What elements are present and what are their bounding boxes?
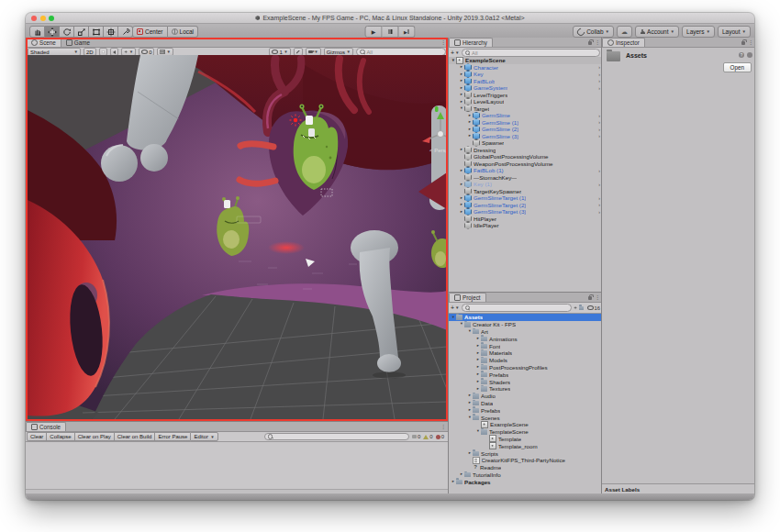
project-item[interactable]: ▸Materials (449, 349, 602, 357)
prefab-open-chevron[interactable]: › (598, 182, 600, 187)
hierarchy-item[interactable]: ▸GermSlime (1)› (449, 119, 602, 127)
panel-menu-icon[interactable]: ⋮ (595, 39, 600, 45)
expand-arrow-icon[interactable]: ▸ (459, 86, 464, 91)
panel-menu-icon[interactable]: ⋮ (440, 39, 446, 45)
project-item[interactable]: ▸Font (449, 342, 602, 349)
hierarchy-item[interactable]: Spawner (449, 139, 602, 147)
expand-arrow-icon[interactable]: ▸ (459, 210, 464, 215)
hierarchy-item[interactable]: ▸FatBLob (1)› (449, 167, 602, 174)
info-count-toggle[interactable]: 0 (412, 434, 420, 439)
hierarchy-item[interactable]: GlobalPostProcessingVolume (449, 153, 602, 161)
layers-dropdown[interactable]: Layers ▼ (682, 26, 715, 38)
project-item[interactable]: ▸Models (449, 357, 602, 364)
expand-arrow-icon[interactable]: ▸ (459, 169, 464, 173)
prefab-open-chevron[interactable]: › (598, 133, 600, 139)
expand-arrow-icon[interactable]: ▸ (459, 148, 464, 152)
project-item[interactable]: ▸Audio (449, 393, 602, 400)
prefab-open-chevron[interactable]: › (598, 127, 600, 132)
console-collapse-button[interactable]: Collapse (46, 432, 73, 441)
lock-icon[interactable] (588, 41, 592, 45)
search-by-label-button[interactable] (579, 305, 585, 310)
expand-arrow-icon[interactable]: ▾ (459, 106, 464, 111)
project-item[interactable]: Template (449, 436, 602, 443)
project-item[interactable]: ▾Creator Kit - FPS (449, 321, 602, 328)
hierarchy-item[interactable]: ▸GermSlimeTarget (3)› (449, 208, 602, 216)
scene-viewport[interactable]: < Persp (28, 55, 446, 419)
hierarchy-item[interactable]: ▸GermSlime› (449, 112, 602, 119)
project-item[interactable]: ▸Textures (449, 385, 602, 393)
hierarchy-item[interactable]: WeaponPostProcessingVolume (449, 161, 602, 168)
expand-arrow-icon[interactable]: ▸ (467, 134, 473, 139)
hand-tool-button[interactable]: .f{fill:#2e2e2e} (29, 26, 45, 38)
gear-icon[interactable] (747, 52, 752, 58)
project-item[interactable]: ▾Assets (449, 314, 602, 321)
hierarchy-item[interactable]: ▸LevelTriggers (449, 92, 602, 99)
expand-arrow-icon[interactable]: ▸ (459, 79, 464, 83)
expand-arrow-icon[interactable]: ▸ (459, 72, 464, 77)
hierarchy-search-input[interactable]: All (462, 49, 600, 57)
hierarchy-item[interactable]: TargetKeySpawner (449, 188, 602, 195)
expand-arrow-icon[interactable]: ▸ (467, 120, 473, 125)
hierarchy-item[interactable]: IdlePlayer (449, 222, 602, 229)
prefab-open-chevron[interactable]: › (598, 113, 600, 118)
prefab-open-chevron[interactable]: › (598, 72, 600, 77)
console-log-area[interactable] (26, 442, 448, 490)
prefab-open-chevron[interactable]: › (598, 209, 600, 215)
hierarchy-item[interactable]: —StomachKey— (449, 174, 602, 182)
hierarchy-item[interactable]: ▸Key (1)› (449, 181, 602, 188)
play-button[interactable]: ▶ (365, 26, 383, 38)
hierarchy-item[interactable]: ▸GermSlime (3)› (449, 133, 602, 140)
hierarchy-item[interactable]: ▸GameSystem› (449, 84, 602, 92)
warning-count-toggle[interactable]: 0 (423, 434, 432, 439)
step-button[interactable]: ▶ (399, 26, 416, 38)
project-item[interactable]: ▾TemplateScene (449, 428, 602, 436)
hierarchy-item[interactable]: ▸FatBLob› (449, 78, 602, 85)
expand-arrow-icon[interactable]: ▸ (467, 127, 473, 132)
panel-menu-icon[interactable]: ⋮ (440, 424, 446, 429)
console-clear-button[interactable]: Clear (27, 432, 46, 441)
hierarchy-item[interactable]: ▸LevelLayout (449, 98, 602, 105)
project-item[interactable]: ▸Data (449, 400, 602, 407)
project-item[interactable]: CreatorKitFPS_Third-PartyNotice (449, 457, 602, 464)
project-item[interactable]: ▸Shaders (449, 378, 602, 385)
project-item[interactable]: ▸Packages (449, 478, 602, 485)
transform-tool-button[interactable]: .f{fill:#2e2e2e} (104, 26, 118, 38)
project-item[interactable]: ▸PostProcessingProfiles (449, 364, 602, 371)
project-item[interactable]: Template_room (449, 442, 602, 449)
hierarchy-item[interactable]: HitPlayer (449, 216, 602, 223)
collab-dropdown[interactable]: Collab ▼ (573, 26, 614, 38)
hierarchy-item[interactable]: ▸GermSlimeTarget (2)› (449, 202, 602, 209)
expand-arrow-icon[interactable]: ▸ (459, 203, 464, 207)
create-object-button[interactable]: + ▼ (451, 50, 460, 56)
expand-arrow-icon[interactable]: ▸ (459, 93, 464, 97)
hierarchy-item[interactable]: ▸GermSlime (2)› (449, 126, 602, 133)
project-item[interactable]: ▸Prefabs (449, 371, 602, 378)
tab-console[interactable]: Console (26, 422, 66, 431)
project-item[interactable]: ▾Scenes (449, 414, 602, 421)
prefab-open-chevron[interactable]: › (598, 168, 600, 173)
console-search-input[interactable] (264, 433, 409, 441)
help-icon[interactable]: ? (739, 52, 744, 58)
prefab-open-chevron[interactable]: › (598, 78, 600, 83)
hierarchy-item[interactable]: ▸Key› (449, 71, 602, 78)
open-button[interactable]: Open (723, 62, 752, 72)
hierarchy-item[interactable]: ▸GermSlimeTarget (1)› (449, 194, 602, 202)
custom-tool-button[interactable]: .f{fill:#2e2e2e} (118, 26, 133, 38)
error-count-toggle[interactable]: 0 (436, 434, 444, 439)
project-item[interactable]: ▸TutorialInfo (449, 471, 602, 479)
hierarchy-item[interactable]: ▸Dressing (449, 147, 602, 154)
prefab-open-chevron[interactable]: › (598, 202, 600, 207)
asset-labels-bar[interactable]: Asset Labels (602, 483, 754, 493)
lock-icon[interactable] (588, 296, 592, 300)
hidden-packages-count[interactable]: 16 (587, 305, 600, 311)
close-window-icon[interactable] (31, 16, 37, 21)
rotate-tool-button[interactable]: .f{fill:#2e2e2e} (60, 26, 74, 38)
cloud-button[interactable]: ☁ (617, 26, 632, 38)
project-item[interactable]: ?Readme (449, 464, 602, 471)
expand-arrow-icon[interactable]: ▸ (459, 183, 464, 187)
tab-hierarchy[interactable]: Hierarchy (449, 38, 493, 47)
project-item[interactable]: ▾Art (449, 328, 602, 336)
search-by-type-button[interactable] (574, 306, 577, 310)
hierarchy-item[interactable]: ▾Target (449, 105, 602, 113)
tab-project[interactable]: Project (449, 293, 486, 302)
